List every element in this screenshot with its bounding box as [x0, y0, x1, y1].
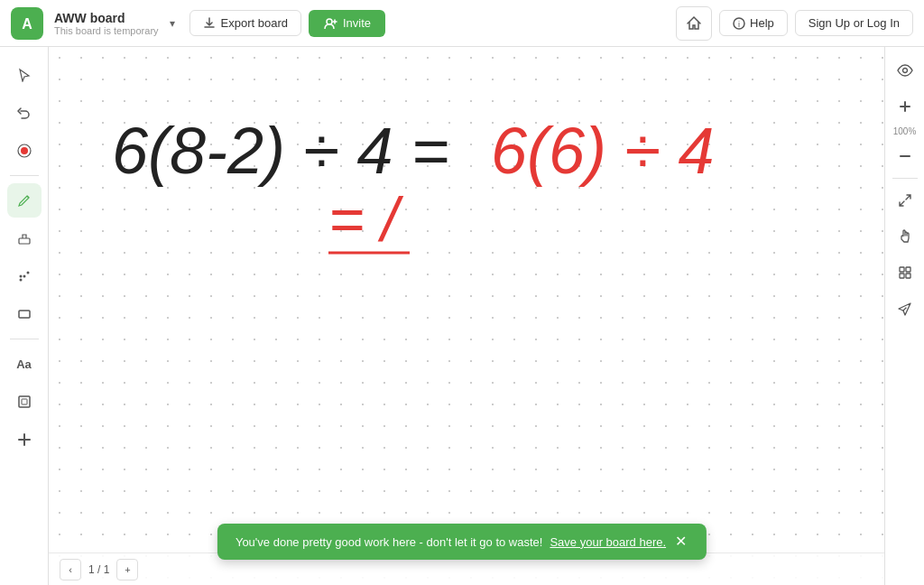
rectangle-icon — [17, 307, 32, 321]
zoom-out-icon — [898, 149, 912, 163]
svg-text:6(6) ÷ 4: 6(6) ÷ 4 — [491, 115, 715, 187]
undo-tool[interactable] — [7, 96, 42, 130]
prev-page-button[interactable]: ‹ — [60, 559, 81, 580]
signup-label: Sign Up or Log In — [808, 16, 900, 30]
next-page-button[interactable]: + — [116, 559, 138, 580]
pen-tool[interactable] — [7, 183, 42, 218]
send-button[interactable] — [889, 292, 921, 325]
logo-area: A — [11, 7, 43, 40]
svg-point-2 — [327, 19, 332, 24]
main-area: Aa 6(8-2) ÷ 4 = 6(6) ÷ 4 — [0, 47, 924, 585]
svg-rect-23 — [906, 274, 910, 278]
text-tool-label: Aa — [16, 358, 32, 371]
plus-icon — [17, 432, 32, 447]
board-title: AWW board — [54, 11, 159, 25]
zoom-out-button[interactable] — [889, 140, 921, 172]
plane-icon — [898, 302, 912, 316]
zoom-level-display: 100% — [893, 126, 917, 136]
svg-text:i: i — [738, 20, 740, 29]
invite-button[interactable]: Invite — [309, 10, 385, 37]
zoom-in-icon — [898, 99, 912, 114]
prev-icon: ‹ — [69, 564, 72, 575]
svg-point-6 — [21, 147, 28, 154]
svg-point-9 — [23, 275, 25, 278]
svg-rect-7 — [19, 238, 30, 244]
header: A AWW board This board is temporary ▾ Ex… — [0, 0, 924, 47]
zoom-in-button[interactable] — [889, 90, 921, 123]
dots-icon — [17, 269, 32, 283]
expand-icon — [898, 193, 912, 208]
canvas-area[interactable]: 6(8-2) ÷ 4 = 6(6) ÷ 4 = / — [49, 47, 884, 585]
pen-icon — [17, 193, 32, 208]
text-tool[interactable]: Aa — [7, 347, 42, 381]
page-indicator: 1 / 1 — [88, 563, 109, 576]
svg-point-11 — [19, 275, 22, 278]
color-icon — [16, 143, 32, 159]
hand-icon — [898, 228, 912, 245]
export-label: Export board — [221, 16, 288, 30]
svg-point-8 — [19, 279, 22, 282]
selection-icon — [898, 265, 912, 280]
next-icon: + — [125, 564, 130, 575]
svg-text:6(8-2) ÷ 4 =: 6(8-2) ÷ 4 = — [112, 115, 449, 187]
export-board-button[interactable]: Export board — [189, 10, 301, 36]
signup-button[interactable]: Sign Up or Log In — [795, 10, 913, 36]
svg-rect-12 — [19, 311, 30, 318]
toast-message: You've done pretty good work here - don'… — [236, 535, 543, 549]
svg-rect-20 — [900, 267, 904, 272]
home-icon — [686, 15, 702, 32]
cursor-icon — [17, 68, 32, 82]
toast-link[interactable]: Save your board here. — [550, 535, 666, 549]
add-tool[interactable] — [7, 422, 42, 457]
export-icon — [203, 17, 216, 30]
color-tool[interactable] — [7, 134, 42, 168]
svg-text:= /: = / — [328, 185, 404, 254]
svg-text:A: A — [22, 16, 32, 32]
right-toolbar: 100% — [884, 47, 924, 585]
toast-notification: You've done pretty good work here - don'… — [217, 524, 707, 560]
shape-tool[interactable] — [7, 297, 42, 331]
svg-point-19 — [902, 69, 907, 73]
eye-icon — [897, 64, 913, 77]
expand-button[interactable] — [889, 184, 921, 217]
left-toolbar: Aa — [0, 47, 49, 585]
undo-icon — [17, 106, 32, 120]
svg-rect-22 — [900, 274, 904, 278]
focus-button[interactable] — [889, 256, 921, 289]
svg-rect-21 — [906, 267, 910, 272]
board-dropdown-button[interactable]: ▾ — [166, 14, 179, 33]
svg-rect-13 — [19, 396, 30, 407]
svg-rect-14 — [22, 399, 27, 404]
help-button[interactable]: i Help — [719, 10, 788, 36]
toast-close-button[interactable]: ✕ — [673, 534, 688, 549]
invite-label: Invite — [343, 16, 371, 30]
eraser-tool[interactable] — [7, 221, 42, 255]
app-logo: A — [11, 7, 43, 40]
board-subtitle: This board is temporary — [54, 25, 159, 36]
frame-icon — [17, 395, 32, 409]
help-label: Help — [750, 16, 774, 30]
frame-tool[interactable] — [7, 385, 42, 419]
board-info: AWW board This board is temporary — [54, 11, 159, 36]
math-content: 6(8-2) ÷ 4 = 6(6) ÷ 4 = / — [103, 74, 735, 273]
invite-icon — [323, 16, 337, 31]
select-tool[interactable] — [7, 58, 42, 92]
hand-button[interactable] — [889, 220, 921, 253]
dots-tool[interactable] — [7, 259, 42, 293]
view-button[interactable] — [889, 54, 921, 87]
eraser-icon — [17, 231, 32, 246]
info-icon: i — [733, 17, 745, 30]
home-button[interactable] — [676, 6, 712, 41]
svg-point-10 — [26, 272, 29, 274]
